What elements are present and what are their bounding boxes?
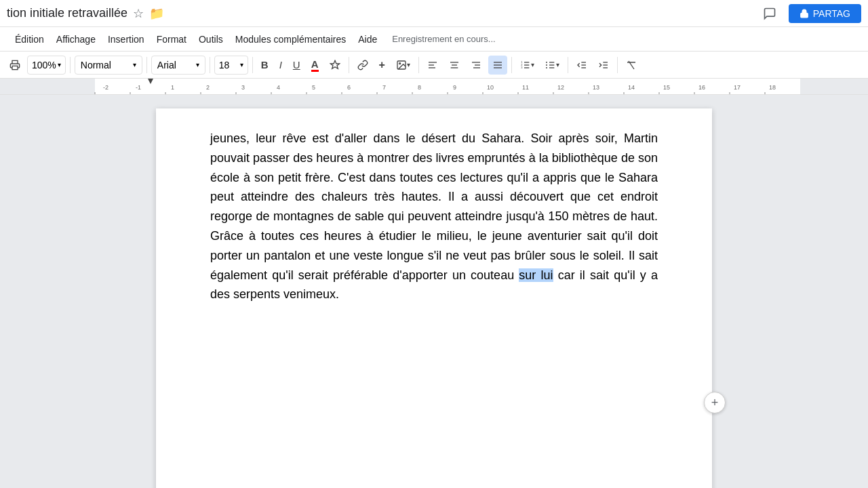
- align-justify-button[interactable]: [488, 56, 507, 75]
- ruler-ticks: -2 -1 1 2 3 4 5 6 7 8 9 10 11 1: [0, 79, 868, 95]
- svg-point-27: [546, 67, 547, 68]
- zoom-chevron: ▾: [58, 61, 61, 68]
- svg-text:3: 3: [521, 66, 523, 69]
- bulleted-list-button[interactable]: ▾: [541, 56, 564, 75]
- document-page: jeunes, leur rêve est d'aller dans le dé…: [156, 108, 712, 488]
- menu-format[interactable]: Format: [151, 31, 192, 47]
- highlight-button[interactable]: [326, 56, 344, 75]
- toolbar: 100% ▾ Normal ▾ Arial ▾ 18 ▾ B I U A: [0, 52, 868, 79]
- svg-text:18: 18: [769, 84, 776, 91]
- svg-text:1: 1: [171, 84, 174, 91]
- align-center-button[interactable]: [445, 56, 464, 75]
- bold-button[interactable]: B: [257, 56, 273, 75]
- svg-point-25: [546, 62, 547, 63]
- top-right-area: PARTAG: [757, 1, 861, 26]
- style-chevron: ▾: [133, 61, 136, 68]
- svg-text:8: 8: [418, 84, 421, 91]
- menubar: Édition Affichage Insertion Format Outil…: [0, 27, 868, 52]
- menu-edition[interactable]: Édition: [9, 31, 50, 47]
- svg-rect-1: [12, 66, 18, 69]
- italic-icon: I: [279, 59, 282, 70]
- underline-icon: U: [293, 59, 300, 70]
- menu-affichage[interactable]: Affichage: [51, 31, 101, 47]
- separator-5: [349, 57, 349, 73]
- title-area: tion initiale retravaillée ☆ 📁: [7, 6, 757, 21]
- main-content-area: jeunes, leur rêve est d'aller dans le dé…: [0, 95, 868, 488]
- indent-more-button[interactable]: [594, 56, 613, 75]
- svg-point-26: [546, 64, 547, 66]
- text-color-icon: A: [311, 58, 319, 72]
- svg-text:10: 10: [487, 84, 494, 91]
- menu-outils[interactable]: Outils: [193, 31, 229, 47]
- numbered-list-chevron: ▾: [531, 61, 534, 68]
- insert-special-icon: +: [379, 59, 385, 71]
- svg-rect-0: [801, 13, 808, 17]
- style-value: Normal: [81, 60, 111, 70]
- link-button[interactable]: [353, 56, 372, 75]
- clear-formatting-button[interactable]: [622, 56, 641, 75]
- separator-4: [252, 57, 253, 73]
- ruler: -2 -1 1 2 3 4 5 6 7 8 9 10 11 1: [0, 79, 868, 95]
- image-chevron: ▾: [407, 61, 410, 68]
- svg-rect-34: [0, 79, 95, 95]
- indent-less-button[interactable]: [572, 56, 591, 75]
- saving-status: Enregistrement en cours...: [392, 34, 495, 44]
- svg-text:4: 4: [277, 84, 280, 91]
- zoom-value: 100%: [32, 60, 56, 70]
- svg-text:14: 14: [628, 84, 635, 91]
- page-content[interactable]: jeunes, leur rêve est d'aller dans le dé…: [210, 129, 658, 304]
- separator-2: [146, 57, 147, 73]
- svg-text:12: 12: [557, 84, 564, 91]
- align-left-button[interactable]: [423, 56, 442, 75]
- svg-text:16: 16: [698, 84, 705, 91]
- insert-special-button[interactable]: +: [375, 56, 389, 75]
- toolbar-print-button[interactable]: [5, 56, 24, 75]
- document-paragraph: jeunes, leur rêve est d'aller dans le dé…: [210, 129, 658, 304]
- fontsize-chevron: ▾: [240, 61, 243, 68]
- svg-text:11: 11: [522, 84, 529, 91]
- fontsize-value: 18: [219, 60, 230, 70]
- svg-text:5: 5: [312, 84, 315, 91]
- text-before-selection: jeunes, leur rêve est d'aller dans le dé…: [210, 131, 658, 282]
- star-icon[interactable]: ☆: [133, 6, 144, 21]
- comment-button[interactable]: [757, 1, 782, 26]
- separator-1: [70, 57, 71, 73]
- share-button[interactable]: PARTAG: [789, 4, 861, 23]
- svg-marker-76: [148, 79, 153, 84]
- svg-text:-2: -2: [103, 84, 108, 91]
- underline-button[interactable]: U: [289, 56, 304, 75]
- svg-text:9: 9: [453, 84, 456, 91]
- folder-icon[interactable]: 📁: [149, 6, 164, 21]
- text-color-button[interactable]: A: [307, 56, 323, 75]
- svg-text:3: 3: [241, 84, 245, 91]
- doc-title[interactable]: tion initiale retravaillée: [7, 6, 127, 20]
- style-selector[interactable]: Normal ▾: [75, 56, 142, 75]
- svg-text:13: 13: [593, 84, 599, 91]
- font-value: Arial: [157, 60, 176, 70]
- zoom-selector[interactable]: 100% ▾: [27, 56, 66, 75]
- italic-button[interactable]: I: [275, 56, 286, 75]
- image-button[interactable]: ▾: [392, 56, 414, 75]
- font-selector[interactable]: Arial ▾: [151, 56, 205, 75]
- selected-text: sur lui: [519, 268, 553, 282]
- svg-text:17: 17: [734, 84, 741, 91]
- separator-6: [418, 57, 419, 73]
- align-right-button[interactable]: [467, 56, 486, 75]
- menu-aide[interactable]: Aide: [353, 31, 382, 47]
- svg-point-3: [399, 62, 401, 64]
- numbered-list-button[interactable]: 1 2 3 ▾: [516, 56, 538, 75]
- separator-7: [511, 57, 512, 73]
- svg-text:-1: -1: [136, 84, 141, 91]
- menu-modules[interactable]: Modules complémentaires: [230, 31, 351, 47]
- separator-8: [568, 57, 568, 73]
- svg-text:6: 6: [347, 84, 351, 91]
- fontsize-selector[interactable]: 18 ▾: [214, 56, 248, 75]
- topbar: tion initiale retravaillée ☆ 📁 PARTAG: [0, 0, 868, 27]
- floating-plus-button[interactable]: +: [704, 392, 726, 413]
- font-chevron: ▾: [196, 61, 199, 68]
- svg-text:2: 2: [206, 84, 210, 91]
- bold-icon: B: [261, 59, 269, 70]
- svg-rect-35: [800, 79, 868, 95]
- svg-text:7: 7: [382, 84, 386, 91]
- menu-insertion[interactable]: Insertion: [102, 31, 150, 47]
